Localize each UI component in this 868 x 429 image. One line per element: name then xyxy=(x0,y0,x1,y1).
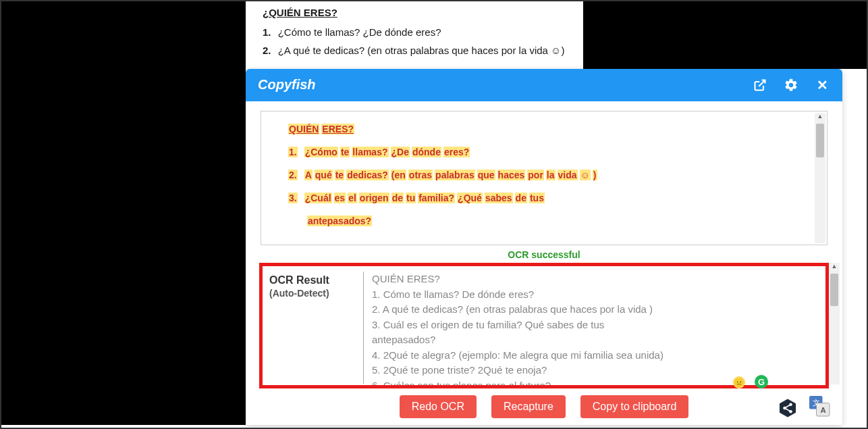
preview-continuation: antepasados? xyxy=(307,216,800,226)
copyfish-panel: Copyfish ✕ QUIÉNERES? 1.¿Cómotellamas?¿D… xyxy=(246,69,842,425)
result-label-column: OCR Result (Auto-Detect) xyxy=(269,272,364,384)
result-line: 3. Cuál es el origen de tu familia? Qué … xyxy=(372,318,819,333)
gear-icon[interactable] xyxy=(783,77,799,93)
share-hex-icon[interactable] xyxy=(778,398,798,418)
copy-clipboard-button[interactable]: Copy to clipboard xyxy=(580,395,689,418)
ocr-preview: QUIÉNERES? 1.¿Cómotellamas?¿Dedóndeeres?… xyxy=(261,111,828,245)
result-line: 6. Cuáles son tus planes para el futuro? xyxy=(372,378,819,389)
background-document: ¿QUIÉN ERES? 1. ¿Cómo te llamas? ¿De dón… xyxy=(246,1,583,76)
recapture-button[interactable]: Recapture xyxy=(491,395,566,418)
result-sublabel: (Auto-Detect) xyxy=(269,288,356,299)
letterbox-left xyxy=(1,1,246,425)
doc-item: 1. ¿Cómo te llamas? ¿De dónde eres? xyxy=(263,26,566,38)
doc-title: ¿QUIÉN ERES? xyxy=(263,7,566,18)
svg-marker-1 xyxy=(780,399,796,418)
panel-header: Copyfish ✕ xyxy=(246,69,842,101)
result-line: antepasados? xyxy=(372,332,819,348)
scrollbar[interactable] xyxy=(829,263,840,384)
preview-line: 3.¿Cuáleselorigendetufamilia?¿Quésabesde… xyxy=(288,193,800,203)
scrollbar[interactable] xyxy=(815,113,825,243)
result-label: OCR Result xyxy=(269,274,356,286)
corner-icons: 😐 G 文 A xyxy=(733,394,832,418)
result-line: 2. A qué te dedicas? (en otras palabras … xyxy=(372,302,819,318)
svg-text:A: A xyxy=(821,406,826,414)
preview-line: 1.¿Cómotellamas?¿Dedóndeeres? xyxy=(288,147,800,157)
panel-title: Copyfish xyxy=(258,77,737,93)
ocr-result-box: OCR Result (Auto-Detect) QUIÉN ERES?1. C… xyxy=(259,263,829,388)
result-line: QUIÉN ERES? xyxy=(372,272,819,287)
close-icon[interactable]: ✕ xyxy=(814,77,830,93)
ocr-status: OCR successful xyxy=(246,249,842,260)
redo-ocr-button[interactable]: Redo OCR xyxy=(400,395,477,418)
result-line: 4. 2Qué te alegra? (ejemplo: Me alegra q… xyxy=(372,348,819,363)
grammarly-icon[interactable]: G xyxy=(755,375,768,388)
neutral-face-icon[interactable]: 😐 xyxy=(733,376,745,388)
svg-line-0 xyxy=(759,80,765,86)
result-line: 1. Cómo te llamas? De dónde eres? xyxy=(372,287,819,303)
open-external-icon[interactable] xyxy=(752,77,768,93)
doc-item: 2. ¿A qué te dedicas? (en otras palabras… xyxy=(263,45,566,56)
preview-line: 2.Aquétededicas?(enotraspalabrasquehaces… xyxy=(288,170,800,180)
result-text[interactable]: QUIÉN ERES?1. Cómo te llamas? De dónde e… xyxy=(364,272,819,384)
result-line: 5. 2Qué te pone triste? 2Qué te enoja? xyxy=(372,363,819,378)
letterbox-right xyxy=(583,1,867,69)
svg-text:文: 文 xyxy=(813,399,820,407)
preview-title: QUIÉNERES? xyxy=(288,124,800,134)
google-translate-icon[interactable]: 文 A xyxy=(807,394,832,418)
